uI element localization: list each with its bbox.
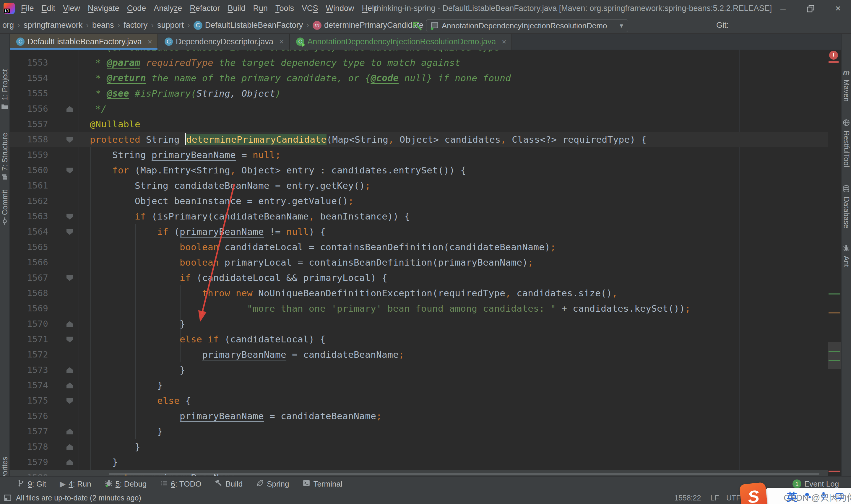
code-line[interactable]: 1578} (10, 439, 828, 454)
toolwindow-button-restfultool[interactable]: RestfulTool (841, 119, 851, 167)
code-line[interactable]: 1569"more than one 'primary' bean found … (10, 301, 828, 316)
caret-position[interactable]: 1558:22 (674, 491, 701, 504)
menu-window[interactable]: Window (322, 4, 358, 13)
line-ending-indicator[interactable]: LF (710, 491, 719, 504)
breadcrumb-item-factory[interactable]: factory (124, 21, 147, 30)
code-line[interactable]: 1576primaryBeanName = candidateBeanName; (10, 408, 828, 424)
breadcrumb-item-org[interactable]: org (2, 21, 14, 30)
line-number[interactable]: 1571 (10, 331, 48, 347)
line-number[interactable]: 1559 (10, 147, 48, 162)
breadcrumb-item-springframework[interactable]: springframework (24, 21, 83, 30)
code-line[interactable]: 1577} (10, 424, 828, 439)
line-number[interactable]: 1572 (10, 347, 48, 362)
ime-logo-icon[interactable]: S (739, 482, 768, 504)
tab-defaultlistablebeanfactory-java[interactable]: CDefaultListableBeanFactory.java× (10, 34, 158, 50)
toolwindow-button-1-project[interactable]: 1: Project (0, 69, 10, 112)
breadcrumb-item-beans[interactable]: beans (92, 21, 114, 30)
inspections-error-badge[interactable]: ! (829, 51, 838, 60)
line-number[interactable]: 1560 (10, 162, 48, 178)
code-line[interactable]: 1572primaryBeanName = candidateBeanName; (10, 347, 828, 362)
code-line[interactable]: 1554 * @return the name of the primary c… (10, 70, 828, 86)
tab-dependencydescriptor-java[interactable]: CDependencyDescriptor.java× (158, 34, 290, 50)
menu-run[interactable]: Run (249, 4, 272, 13)
line-number[interactable]: 1557 (10, 116, 48, 132)
tab-close-icon[interactable]: × (502, 37, 506, 47)
code-line[interactable]: 1553 * @param requiredType the target de… (10, 55, 828, 70)
menu-navigate[interactable]: Navigate (84, 4, 123, 13)
code-line[interactable]: 1552 * (or candidate classes if not crea… (10, 50, 828, 55)
code-line[interactable]: 1558protected String determinePrimaryCan… (10, 132, 828, 147)
breadcrumb-item-defaultlistablebeanfactory[interactable]: CDefaultListableBeanFactory (194, 21, 303, 30)
line-number[interactable]: 1577 (10, 424, 48, 439)
menu-refactor[interactable]: Refactor (186, 4, 224, 13)
menu-file[interactable]: File (17, 4, 38, 13)
error-stripe-mark[interactable] (829, 61, 838, 63)
menu-vcs[interactable]: VCS (298, 4, 322, 13)
menu-edit[interactable]: Edit (38, 4, 59, 13)
code-line[interactable]: 1568throw new NoUniqueBeanDefinitionExce… (10, 285, 828, 301)
vertical-scrollbar-thumb[interactable] (828, 342, 841, 369)
breadcrumb-item-support[interactable]: support (157, 21, 184, 30)
code-editor[interactable]: 1552 * (or candidate classes if not crea… (10, 50, 841, 476)
toolwindow-button-6-todo[interactable]: 6: TODO (160, 479, 201, 489)
code-line[interactable]: 1564if (primaryBeanName != null) { (10, 224, 828, 239)
menu-view[interactable]: View (59, 4, 84, 13)
code-line[interactable]: 1579} (10, 454, 828, 470)
toolwindow-button-commit[interactable]: Commit (0, 190, 10, 227)
line-number[interactable]: 1576 (10, 408, 48, 424)
line-number[interactable]: 1570 (10, 316, 48, 331)
line-number[interactable]: 1580 (10, 470, 48, 476)
code-line[interactable]: 1573} (10, 362, 828, 378)
line-number[interactable]: 1555 (10, 86, 48, 101)
line-number[interactable]: 1566 (10, 255, 48, 270)
line-number[interactable]: 1565 (10, 239, 48, 255)
code-line[interactable]: 1562Object beanInstance = entry.getValue… (10, 193, 828, 209)
toolwindow-button-5-debug[interactable]: 5: Debug (105, 479, 147, 489)
code-line[interactable]: 1563if (isPrimary(candidateBeanName, bea… (10, 209, 828, 224)
line-number[interactable]: 1556 (10, 101, 48, 116)
line-number[interactable]: 1575 (10, 393, 48, 408)
code-line[interactable]: 1560for (Map.Entry<String, Object> entry… (10, 162, 828, 178)
code-line[interactable]: 1575else { (10, 393, 828, 408)
run-configuration-select[interactable]: AnnotationDependencyInjectionResolutionD… (426, 19, 628, 32)
toolwindow-button-4-run[interactable]: ▶4: Run (60, 480, 91, 489)
close-button[interactable]: × (825, 0, 851, 17)
tab-close-icon[interactable]: × (148, 37, 152, 47)
line-number[interactable]: 1561 (10, 178, 48, 193)
code-line[interactable]: 1556 */ (10, 101, 828, 116)
line-number[interactable]: 1574 (10, 378, 48, 393)
code-line[interactable]: 1574} (10, 378, 828, 393)
toolwindow-button-maven[interactable]: mMaven (841, 69, 851, 102)
menu-analyze[interactable]: Analyze (150, 4, 186, 13)
code-line[interactable]: 1566boolean primaryLocal = containsBeanD… (10, 255, 828, 270)
toolwindow-button-ant[interactable]: Ant (841, 244, 851, 267)
code-line[interactable]: 1559String primaryBeanName = null; (10, 147, 828, 162)
line-number[interactable]: 1558 (10, 132, 48, 147)
tab-close-icon[interactable]: × (279, 37, 284, 47)
toolwindow-button-database[interactable]: Database (841, 185, 851, 228)
line-number[interactable]: 1573 (10, 362, 48, 378)
code-line[interactable]: 1561String candidateBeanName = entry.get… (10, 178, 828, 193)
breadcrumb-item-determineprimarycandidate[interactable]: mdeterminePrimaryCandidate (313, 21, 423, 30)
toolwindow-button-terminal[interactable]: Terminal (303, 479, 342, 489)
line-number[interactable]: 1562 (10, 193, 48, 209)
restore-button[interactable] (798, 0, 823, 17)
code-line[interactable]: 1570} (10, 316, 828, 331)
minimize-button[interactable]: – (770, 0, 796, 17)
horizontal-scrollbar[interactable] (109, 473, 819, 475)
menu-tools[interactable]: Tools (272, 4, 298, 13)
line-number[interactable]: 1579 (10, 454, 48, 470)
nav-up-left-arrow-icon[interactable] (411, 20, 423, 32)
menu-code[interactable]: Code (123, 4, 150, 13)
toolwindow-button-build[interactable]: Build (215, 479, 242, 489)
line-number[interactable]: 1569 (10, 301, 48, 316)
code-line[interactable]: 1555 * @see #isPrimary(String, Object) (10, 86, 828, 101)
tab-annotationdependencyinjectionresolutiondemo-java[interactable]: CAnnotationDependencyInjectionResolution… (290, 34, 512, 50)
menu-build[interactable]: Build (224, 4, 249, 13)
line-number[interactable]: 1564 (10, 224, 48, 239)
code-line[interactable]: 1571else if (candidateLocal) { (10, 331, 828, 347)
code-line[interactable]: 1567if (candidateLocal && primaryLocal) … (10, 270, 828, 285)
toolwindow-toggle-icon[interactable] (3, 494, 12, 503)
toolwindow-button-9-git[interactable]: 9: Git (17, 479, 46, 489)
toolwindow-button-spring[interactable]: Spring (256, 479, 289, 489)
